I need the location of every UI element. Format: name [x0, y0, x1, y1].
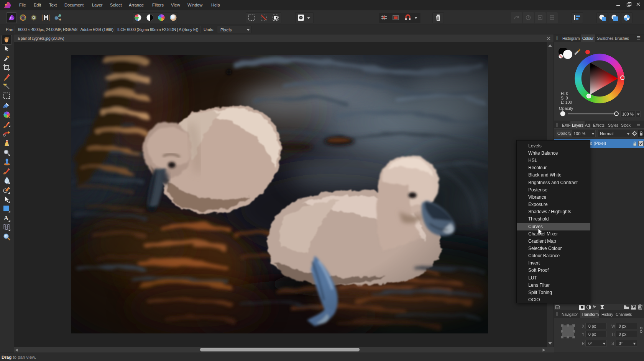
svg-text:A: A [4, 214, 9, 222]
